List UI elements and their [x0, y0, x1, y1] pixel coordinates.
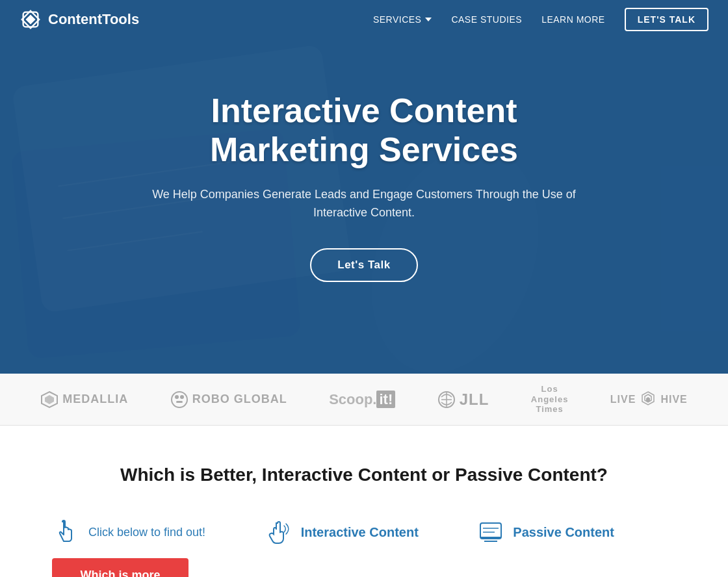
interactive-label: Interactive Content [265, 518, 419, 546]
logo-text: ContentTools [48, 11, 139, 28]
svg-rect-13 [176, 401, 183, 403]
livehive-text2: HIVE [660, 394, 687, 405]
medallia-icon [40, 391, 58, 409]
comparison-row: Click below to find out! Which is more s… [52, 518, 676, 577]
comparison-col-passive: Passive Content [476, 518, 676, 558]
svg-marker-2 [25, 14, 35, 24]
robo-global-text: ROBO GLOBAL [192, 392, 287, 406]
shareable-cta-button[interactable]: Which is more shareable? [52, 558, 188, 577]
hero-title: Interactive Content Marketing Services [130, 92, 598, 170]
nav-links: SERVICES CASE STUDIES LEARN MORE LET'S T… [373, 8, 708, 31]
logos-bar: MEDALLIA ROBO GLOBAL Scoop.it! JLL LosAn… [0, 374, 728, 426]
nav-case-studies[interactable]: CASE STUDIES [451, 14, 522, 25]
scoopit-text: Scoop.it! [329, 391, 395, 408]
svg-rect-21 [480, 523, 501, 539]
jll-text: JLL [460, 391, 489, 409]
chevron-down-icon [425, 18, 432, 21]
interactive-icon [265, 518, 293, 546]
svg-point-12 [180, 395, 184, 399]
svg-marker-9 [45, 395, 54, 404]
passive-icon [476, 518, 505, 546]
passive-text: Passive Content [513, 525, 614, 540]
logo-jll: JLL [437, 391, 489, 409]
comparison-section: Which is Better, Interactive Content or … [0, 426, 728, 577]
robo-global-icon [170, 391, 188, 409]
logo-livehive: LIVE HIVE [610, 391, 688, 408]
click-icon [52, 518, 81, 546]
livehive-text: LIVE [610, 394, 636, 405]
svg-point-10 [172, 392, 187, 407]
la-times-text: LosAngelesTimes [531, 384, 569, 415]
comparison-col-click: Click below to find out! Which is more s… [52, 518, 252, 577]
logo-la-times: LosAngelesTimes [531, 384, 569, 415]
nav-cta-button[interactable]: LET'S TALK [625, 8, 708, 31]
medallia-text: MEDALLIA [62, 392, 128, 406]
passive-label: Passive Content [476, 518, 614, 546]
nav-learn-more[interactable]: LEARN MORE [541, 14, 605, 25]
svg-point-11 [175, 395, 179, 399]
hero-section: Interactive Content Marketing Services W… [0, 0, 728, 374]
click-label: Click below to find out! [52, 518, 205, 546]
navbar: ContentTools SERVICES CASE STUDIES LEARN… [0, 0, 728, 39]
jll-icon [437, 391, 456, 409]
logo-medallia: MEDALLIA [40, 391, 128, 409]
hero-subtitle: We Help Companies Generate Leads and Eng… [130, 185, 598, 223]
interactive-text: Interactive Content [301, 525, 419, 540]
logo-robo-global: ROBO GLOBAL [170, 391, 287, 409]
nav-services[interactable]: SERVICES [373, 14, 432, 25]
logo-link[interactable]: ContentTools [20, 8, 139, 31]
comparison-col-interactive: Interactive Content [265, 518, 464, 558]
svg-point-20 [63, 521, 64, 522]
section-title: Which is Better, Interactive Content or … [52, 465, 676, 485]
livehive-icon [640, 391, 656, 408]
logo-scoopit: Scoop.it! [329, 391, 395, 408]
logo-icon [20, 8, 42, 31]
hero-content: Interactive Content Marketing Services W… [104, 92, 624, 282]
click-text: Click below to find out! [88, 526, 205, 539]
hero-cta-button[interactable]: Let's Talk [310, 248, 417, 282]
